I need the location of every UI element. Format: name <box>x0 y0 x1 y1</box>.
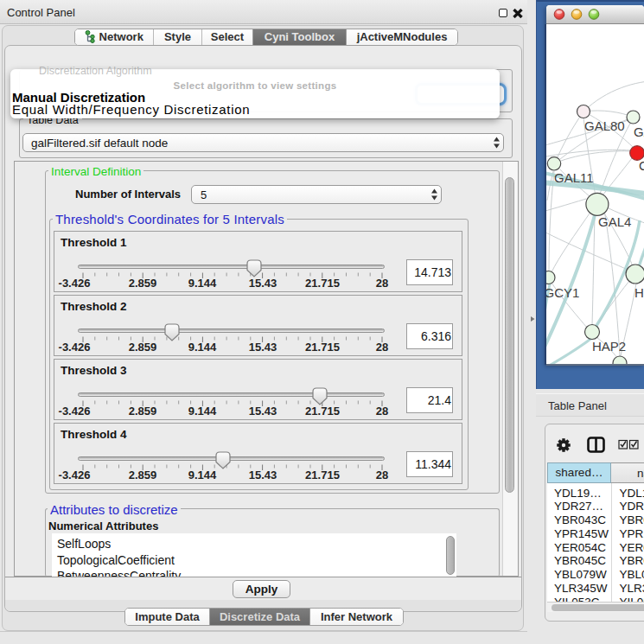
svg-text:HAP2: HAP2 <box>592 339 626 354</box>
svg-text:GAL80: GAL80 <box>584 118 625 133</box>
svg-text:GCY1: GCY1 <box>546 285 579 300</box>
svg-text:GAL1: GAL1 <box>634 124 644 139</box>
svg-text:GAL11: GAL11 <box>554 170 594 185</box>
svg-text:HIS: HIS <box>634 285 644 300</box>
svg-text:GAL4: GAL4 <box>598 214 631 229</box>
svg-text:CD: CD <box>639 158 644 173</box>
